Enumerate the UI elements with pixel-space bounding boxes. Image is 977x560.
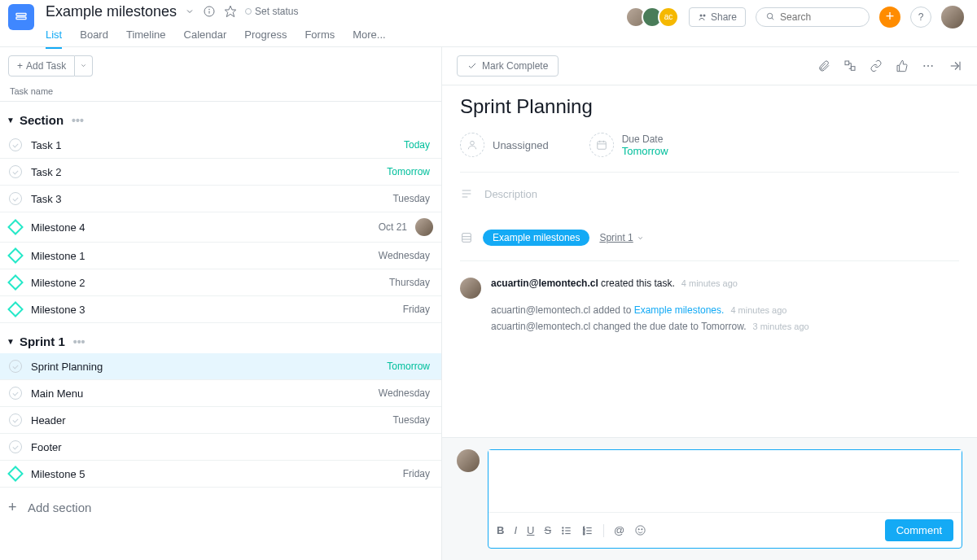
add-section-button[interactable]: +Add section: [0, 488, 441, 519]
task-row[interactable]: Footer: [0, 434, 441, 461]
strike-icon[interactable]: S: [544, 524, 551, 536]
subtask-icon[interactable]: [843, 59, 857, 73]
assignee-field[interactable]: Unassigned: [460, 133, 549, 157]
tab-board[interactable]: Board: [80, 24, 108, 49]
task-row[interactable]: Task 2Tomorrow: [0, 159, 441, 186]
add-task-button[interactable]: + Add Task: [8, 55, 75, 77]
svg-point-42: [642, 529, 642, 530]
complete-circle-icon[interactable]: [8, 386, 23, 400]
complete-circle-icon[interactable]: [8, 138, 23, 152]
search-input[interactable]: [756, 7, 870, 27]
project-list-icon: [460, 231, 473, 244]
section-header[interactable]: ▼Sprint 1•••: [0, 323, 441, 353]
tab-calendar[interactable]: Calendar: [184, 24, 227, 49]
activity-created: acuartin@lemontech.cl created this task.…: [460, 274, 959, 302]
member-avatars[interactable]: ac: [630, 7, 679, 28]
due-date: Thursday: [389, 277, 430, 288]
tab-timeline[interactable]: Timeline: [126, 24, 166, 49]
section-header[interactable]: ▼Section•••: [0, 102, 441, 132]
due-date: Oct 21: [379, 221, 407, 233]
activity-log: acuartin@lemontech.cl added to Example m…: [460, 302, 959, 318]
link-icon[interactable]: [870, 59, 883, 73]
complete-circle-icon[interactable]: [8, 413, 23, 427]
info-icon[interactable]: [203, 5, 216, 18]
complete-circle-icon[interactable]: [8, 440, 23, 454]
milestone-icon[interactable]: [8, 248, 23, 263]
svg-rect-25: [462, 234, 471, 243]
set-status[interactable]: Set status: [245, 6, 298, 17]
due-date-field[interactable]: Due Date Tomorrow: [589, 133, 668, 157]
task-row[interactable]: HeaderTuesday: [0, 407, 441, 434]
svg-point-14: [931, 65, 933, 67]
task-row[interactable]: Task 3Tuesday: [0, 186, 441, 212]
add-task-dropdown[interactable]: [75, 55, 93, 77]
star-icon[interactable]: [224, 5, 237, 18]
tab-more[interactable]: More...: [353, 24, 385, 49]
milestone-icon[interactable]: [8, 275, 23, 290]
mark-complete-button[interactable]: Mark Complete: [457, 55, 559, 77]
project-title[interactable]: Example milestones: [46, 3, 177, 20]
due-date: Tomorrow: [387, 166, 430, 177]
due-date: Tuesday: [392, 414, 430, 426]
global-add-button[interactable]: +: [879, 7, 900, 28]
task-row[interactable]: Task 1Today: [0, 132, 441, 159]
attachment-icon[interactable]: [817, 59, 830, 73]
svg-point-41: [638, 529, 639, 530]
svg-rect-0: [16, 13, 26, 15]
task-name: Task 1: [31, 139, 404, 151]
milestone-icon[interactable]: [8, 220, 23, 234]
assignee-avatar[interactable]: [415, 218, 433, 236]
tab-forms[interactable]: Forms: [304, 24, 335, 49]
task-row[interactable]: Main MenuWednesday: [0, 380, 441, 407]
task-row[interactable]: Milestone 3Friday: [0, 296, 441, 323]
complete-circle-icon[interactable]: [8, 164, 23, 179]
due-date: Wednesday: [379, 387, 430, 399]
svg-point-28: [563, 527, 563, 527]
close-panel-icon[interactable]: [948, 59, 962, 73]
help-button[interactable]: ?: [910, 7, 931, 28]
complete-circle-icon[interactable]: [8, 191, 23, 206]
more-icon[interactable]: [922, 59, 935, 73]
comment-button[interactable]: Comment: [885, 519, 953, 541]
number-list-icon[interactable]: 123: [582, 525, 594, 536]
underline-icon[interactable]: U: [527, 524, 534, 536]
task-name: Task 2: [31, 166, 387, 178]
share-button[interactable]: Share: [689, 7, 746, 27]
section-link[interactable]: Sprint 1: [599, 232, 643, 243]
italic-icon[interactable]: I: [514, 524, 517, 536]
description-field[interactable]: Description: [460, 184, 959, 225]
svg-rect-18: [597, 142, 606, 149]
task-name: Milestone 4: [31, 221, 379, 234]
project-pill[interactable]: Example milestones: [483, 230, 589, 246]
task-name: Milestone 1: [31, 250, 379, 262]
emoji-icon[interactable]: [634, 524, 646, 536]
project-dropdown-icon[interactable]: [185, 7, 195, 16]
svg-point-30: [563, 530, 563, 531]
task-row[interactable]: Sprint PlanningTomorrow: [0, 353, 441, 380]
svg-point-6: [699, 14, 702, 16]
tab-list[interactable]: List: [46, 24, 62, 49]
project-icon[interactable]: [8, 4, 34, 30]
bold-icon[interactable]: B: [497, 524, 504, 536]
due-date: Wednesday: [379, 250, 430, 261]
mention-icon[interactable]: @: [614, 524, 624, 536]
tab-progress[interactable]: Progress: [244, 24, 287, 49]
milestone-icon[interactable]: [8, 466, 23, 481]
user-avatar[interactable]: [941, 6, 964, 28]
due-date: Friday: [403, 468, 430, 479]
milestone-icon[interactable]: [8, 302, 23, 317]
complete-circle-icon[interactable]: [8, 359, 23, 374]
task-row[interactable]: Milestone 5Friday: [0, 461, 441, 488]
task-name: Header: [31, 414, 392, 427]
task-row[interactable]: Milestone 1Wednesday: [0, 243, 441, 269]
due-date: Today: [404, 139, 430, 151]
bullet-list-icon[interactable]: [561, 525, 572, 536]
like-icon[interactable]: [896, 59, 909, 73]
svg-point-17: [471, 141, 475, 145]
comment-input[interactable]: [488, 450, 962, 512]
task-title[interactable]: Sprint Planning: [460, 95, 959, 118]
task-row[interactable]: Milestone 4Oct 21: [0, 212, 441, 243]
task-row[interactable]: Milestone 2Thursday: [0, 269, 441, 296]
task-name: Sprint Planning: [31, 361, 387, 373]
due-date: Tomorrow: [387, 361, 430, 372]
